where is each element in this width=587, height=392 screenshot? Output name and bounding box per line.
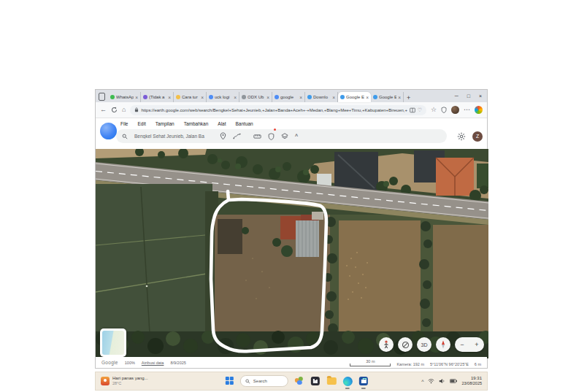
home-icon[interactable]: ⌂ bbox=[122, 107, 126, 113]
zoom-level-label: 100% bbox=[125, 361, 135, 365]
tab-label: google bbox=[280, 95, 298, 99]
globe-favicon-icon bbox=[242, 95, 246, 99]
tilt-disabled-button[interactable] bbox=[398, 337, 413, 352]
weather-widget[interactable]: Hari panas yang... 28°C bbox=[101, 376, 148, 385]
pegman-streetview-button[interactable] bbox=[379, 337, 394, 352]
tab-google-search[interactable]: google × bbox=[272, 92, 305, 102]
protection-shield-icon[interactable] bbox=[268, 130, 275, 143]
tab-downloads[interactable]: Downlo × bbox=[305, 92, 338, 102]
close-tab-icon[interactable]: × bbox=[135, 95, 138, 100]
tab-label: Downlo bbox=[313, 95, 331, 99]
edge-browser-icon[interactable] bbox=[342, 376, 353, 386]
favorites-heart-icon[interactable]: ♡ bbox=[418, 107, 422, 113]
earth-account-avatar[interactable]: Z bbox=[472, 131, 483, 142]
menu-alat[interactable]: Alat bbox=[218, 121, 226, 126]
map-controls: 3D − + bbox=[379, 337, 484, 352]
menu-tambahkan[interactable]: Tambahkan bbox=[184, 121, 209, 126]
data-attribution-link[interactable]: Atribusi data bbox=[142, 361, 164, 365]
menu-tampilan[interactable]: Tampilan bbox=[156, 121, 174, 126]
earth-favicon-icon bbox=[307, 95, 312, 99]
start-button[interactable] bbox=[226, 377, 234, 385]
address-bar[interactable]: https://earth.google.com/web/search/Beng… bbox=[130, 105, 426, 115]
close-tab-icon[interactable]: × bbox=[168, 95, 171, 100]
close-tab-icon[interactable]: × bbox=[366, 95, 369, 100]
url-text: https://earth.google.com/web/search/Beng… bbox=[141, 108, 407, 112]
tab-label: Google E bbox=[346, 95, 364, 99]
refresh-icon[interactable] bbox=[111, 107, 118, 113]
taskbar-search[interactable]: Search bbox=[240, 375, 288, 387]
placemark-pin-icon[interactable] bbox=[220, 132, 226, 140]
close-button[interactable]: × bbox=[479, 93, 482, 99]
bookmark-star-icon[interactable]: ☆ bbox=[431, 107, 437, 113]
collapse-toolbar-chevron-icon[interactable]: ^ bbox=[295, 134, 298, 139]
earth-favicon-icon bbox=[340, 95, 345, 99]
volume-icon[interactable] bbox=[439, 378, 445, 384]
clock-time: 19:31 bbox=[471, 376, 482, 381]
lock-icon bbox=[134, 107, 139, 112]
search-icon bbox=[245, 379, 250, 384]
map-thumbnail-image bbox=[102, 331, 124, 355]
microsoft-store-icon[interactable] bbox=[358, 376, 369, 386]
maximize-button[interactable]: □ bbox=[467, 93, 470, 99]
earth-menubar: File Edit Tampilan Tambahkan Alat Bantua… bbox=[96, 118, 487, 126]
tab-actions-icon[interactable] bbox=[99, 93, 105, 101]
close-tab-icon[interactable]: × bbox=[201, 95, 204, 100]
earth-app-chrome: File Edit Tampilan Tambahkan Alat Bantua… bbox=[96, 118, 487, 149]
tray-overflow-chevron-icon[interactable]: ^ bbox=[421, 379, 423, 384]
close-tab-icon[interactable]: × bbox=[299, 95, 302, 100]
back-icon[interactable]: ← bbox=[100, 107, 107, 113]
earth-search-bar[interactable]: Bengkel Sehat Jeunieb, Jalan Ba bbox=[116, 129, 447, 143]
taskbar-clock[interactable]: 19:31 23/08/2025 bbox=[461, 376, 482, 386]
mail-favicon-icon bbox=[143, 95, 147, 99]
people-app-icon[interactable] bbox=[294, 376, 304, 386]
split-screen-icon[interactable] bbox=[410, 107, 415, 113]
measure-icon[interactable] bbox=[253, 134, 261, 139]
menu-file[interactable]: File bbox=[120, 121, 128, 126]
chart-app-icon[interactable] bbox=[310, 376, 321, 386]
layers-icon[interactable] bbox=[281, 133, 288, 140]
browser-profile-avatar[interactable] bbox=[451, 106, 459, 114]
draw-path-icon[interactable] bbox=[233, 133, 241, 139]
windows-taskbar: Hari panas yang... 28°C Search ^ bbox=[95, 372, 488, 391]
page-favicon-icon bbox=[176, 95, 180, 99]
new-tab-button[interactable]: + bbox=[407, 94, 410, 101]
menu-edit[interactable]: Edit bbox=[137, 121, 145, 126]
tab-odx[interactable]: ODX Ub × bbox=[239, 92, 272, 102]
more-menu-icon[interactable]: ⋯ bbox=[464, 107, 470, 113]
close-tab-icon[interactable]: × bbox=[398, 95, 401, 100]
tab-whatsapp[interactable]: WhatsAp × bbox=[108, 92, 141, 102]
tab-google-earth-active[interactable]: Google E × bbox=[338, 92, 371, 102]
3d-toggle-button[interactable]: 3D bbox=[417, 337, 431, 352]
copilot-icon[interactable] bbox=[475, 106, 483, 114]
battery-icon[interactable] bbox=[450, 379, 457, 383]
tab-login[interactable]: uck logi × bbox=[207, 92, 239, 102]
map-style-thumbnail[interactable] bbox=[100, 328, 126, 357]
close-tab-icon[interactable]: × bbox=[266, 95, 269, 100]
close-tab-icon[interactable]: × bbox=[332, 95, 335, 100]
map-scale: 30 m bbox=[350, 359, 391, 366]
compass-button[interactable] bbox=[436, 337, 450, 352]
weather-headline: Hari panas yang... bbox=[112, 376, 148, 381]
menu-bantuan[interactable]: Bantuan bbox=[236, 121, 253, 126]
settings-gear-icon[interactable] bbox=[457, 132, 466, 141]
google-favicon-icon bbox=[209, 95, 213, 99]
camera-altitude-label: Kamera: 192 m bbox=[396, 362, 424, 366]
google-earth-logo[interactable] bbox=[100, 123, 117, 139]
zoom-out-button[interactable]: − bbox=[460, 341, 464, 348]
google-wordmark: Google bbox=[101, 360, 118, 365]
tab-cara[interactable]: Cara tur × bbox=[174, 92, 207, 102]
file-explorer-icon[interactable] bbox=[326, 376, 337, 386]
shield-icon[interactable] bbox=[441, 107, 447, 113]
tab-strip: WhatsAp × (Tidak a × Cara tur × uck logi… bbox=[96, 90, 487, 102]
minimize-button[interactable]: ─ bbox=[455, 93, 459, 99]
search-input[interactable]: Bengkel Sehat Jeunieb, Jalan Ba bbox=[134, 134, 213, 139]
tab-mail[interactable]: (Tidak a × bbox=[141, 92, 174, 102]
satellite-map-viewport[interactable]: 3D − + bbox=[96, 149, 488, 358]
tab-label: Google E bbox=[379, 95, 396, 99]
elevation-label: 6 m bbox=[475, 362, 481, 366]
earth-favicon-icon bbox=[373, 95, 377, 99]
zoom-in-button[interactable]: + bbox=[475, 341, 478, 348]
wifi-icon[interactable] bbox=[428, 378, 434, 384]
tab-google-earth-2[interactable]: Google E × bbox=[371, 92, 404, 102]
close-tab-icon[interactable]: × bbox=[234, 95, 237, 100]
